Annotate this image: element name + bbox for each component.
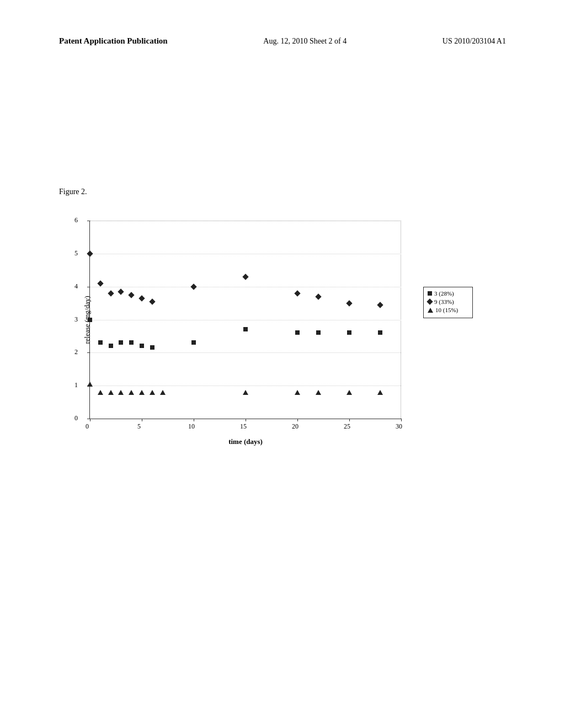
- series-square-point: [150, 345, 154, 350]
- chart-area: 6 5 4 3: [89, 221, 401, 419]
- series-triangle-point: [129, 390, 134, 395]
- series-triangle-point: [108, 390, 114, 395]
- legend-item-square: 3 (28%): [428, 290, 468, 297]
- series-square-point: [88, 318, 92, 322]
- series-triangle-point: [139, 390, 145, 395]
- legend: 3 (28%) 9 (33%) 10 (15%): [423, 287, 473, 318]
- series-diamond-point: [97, 280, 103, 286]
- legend-diamond-icon: [427, 298, 433, 304]
- series-diamond-point: [108, 290, 114, 296]
- series-square-point: [243, 327, 248, 331]
- series-diamond-point: [118, 288, 124, 295]
- series-square-point: [109, 344, 113, 348]
- legend-label-triangle: 10 (15%): [435, 307, 458, 313]
- chart-container: release (mg/day) 6 5: [59, 221, 473, 458]
- figure-label: Figure 2.: [59, 188, 87, 196]
- header-left: Patent Application Publication: [59, 36, 168, 46]
- series-triangle-point: [377, 390, 383, 395]
- legend-label-diamond: 9 (33%): [434, 298, 454, 305]
- series-triangle-point: [347, 390, 352, 395]
- series-square-point: [119, 340, 123, 345]
- series-triangle-point: [316, 390, 321, 395]
- x-axis-title: time (days): [228, 437, 263, 446]
- series-diamond-point: [242, 274, 248, 280]
- header-right: US 2010/203104 A1: [443, 37, 506, 46]
- series-square-point: [98, 340, 103, 345]
- x-tick-25: 25: [349, 419, 350, 421]
- x-tick-5: 5: [142, 419, 142, 421]
- header: Patent Application Publication Aug. 12, …: [59, 36, 506, 46]
- series-square-point: [191, 340, 196, 345]
- x-tick-15: 15: [246, 419, 246, 421]
- series-diamond-point: [149, 298, 155, 304]
- series-triangle-point: [295, 390, 300, 395]
- series-diamond-point: [129, 292, 135, 298]
- x-tick-20: 20: [297, 419, 298, 421]
- series-triangle-point: [118, 390, 124, 395]
- chart-border-top: [90, 221, 401, 221]
- series-square-point: [140, 344, 144, 348]
- series-triangle-point: [150, 390, 155, 395]
- series-square-point: [316, 330, 321, 335]
- x-tick-30: 30: [401, 419, 402, 421]
- series-diamond-point: [315, 293, 321, 299]
- x-tick-10: 10: [194, 419, 194, 421]
- series-triangle-point: [87, 382, 93, 387]
- series-diamond-point: [190, 283, 196, 290]
- legend-label-square: 3 (28%): [434, 290, 454, 297]
- series-triangle-point: [243, 390, 248, 395]
- series-diamond-point: [138, 295, 145, 301]
- legend-item-diamond: 9 (33%): [428, 298, 468, 305]
- x-tick-0: 0: [90, 419, 90, 421]
- series-square-point: [129, 340, 134, 345]
- series-square-point: [347, 330, 351, 335]
- series-diamond-point: [294, 290, 300, 296]
- page: Patent Application Publication Aug. 12, …: [0, 0, 565, 728]
- series-square-point: [295, 330, 300, 335]
- legend-triangle-icon: [428, 308, 433, 313]
- legend-item-triangle: 10 (15%): [428, 307, 468, 313]
- header-center: Aug. 12, 2010 Sheet 2 of 4: [263, 37, 347, 46]
- legend-square-icon: [428, 291, 432, 296]
- series-triangle-point: [160, 390, 166, 395]
- series-triangle-point: [98, 390, 103, 395]
- series-diamond-point: [377, 302, 383, 308]
- series-diamond-point: [346, 300, 352, 306]
- series-square-point: [378, 330, 382, 335]
